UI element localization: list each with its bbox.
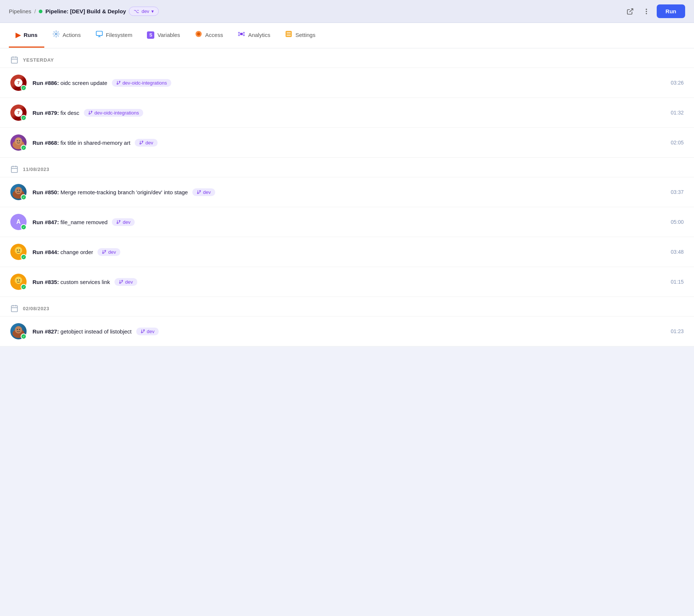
tab-variables[interactable]: S Variables — [140, 24, 186, 47]
more-options-button[interactable] — [640, 6, 652, 17]
success-badge: ✓ — [21, 333, 27, 339]
svg-point-9 — [238, 32, 240, 34]
run-title: Run #886: oidc screen update — [32, 80, 107, 86]
run-time: 02:05 — [662, 140, 684, 146]
pipeline-title: Pipeline: [DEV] Build & Deploy — [45, 8, 126, 14]
svg-point-11 — [238, 34, 240, 36]
external-link-icon — [626, 8, 634, 15]
table-row[interactable]: 7 ✓ Run #879: fix desc dev-oidc-integrat… — [0, 98, 694, 128]
tab-runs[interactable]: ▶ Runs — [9, 24, 44, 48]
svg-rect-5 — [96, 31, 102, 36]
svg-point-26 — [119, 81, 120, 82]
branch-tag[interactable]: dev — [97, 248, 120, 256]
svg-point-65 — [120, 283, 121, 284]
avatar: ✓ — [10, 323, 27, 339]
run-info: Run #844: change order dev — [32, 248, 656, 256]
svg-point-76 — [141, 332, 142, 333]
branch-tag[interactable]: dev-oidc-integrations — [112, 79, 172, 87]
branch-name: dev — [147, 329, 155, 334]
run-number: Run #850: — [32, 189, 59, 195]
more-options-icon — [643, 8, 650, 15]
svg-point-72 — [17, 329, 18, 330]
git-branch-icon — [141, 329, 145, 333]
tab-settings[interactable]: Settings — [278, 23, 322, 48]
svg-point-75 — [143, 330, 144, 331]
run-title: Run #850: Merge remote-tracking branch '… — [32, 189, 188, 195]
git-branch-icon — [116, 81, 121, 85]
tab-filesystem[interactable]: Filesystem — [89, 23, 139, 48]
run-title: Run #868: fix title in shared-memory art — [32, 140, 130, 146]
svg-point-55 — [19, 250, 20, 251]
variables-icon: S — [147, 31, 154, 39]
branch-name: dev — [141, 8, 149, 14]
table-row[interactable]: ✓ Run #844: change order dev 03:48 — [0, 237, 694, 267]
table-row[interactable]: 7 ✓ Run #886: oidc screen update dev-oid… — [0, 68, 694, 98]
open-external-button[interactable] — [624, 6, 636, 17]
git-branch-icon — [88, 110, 93, 115]
svg-line-0 — [629, 8, 633, 12]
table-row[interactable]: ✓ Run #835: custom services link dev 01:… — [0, 267, 694, 297]
avatar: ✓ — [10, 244, 27, 260]
runs-content: YESTERDAY 7 ✓ Run #886: oidc screen upda… — [0, 48, 694, 346]
svg-point-57 — [105, 250, 106, 251]
tab-settings-label: Settings — [295, 32, 315, 38]
avatar: 7 ✓ — [10, 105, 27, 121]
date-section-header: 02/08/2023 — [0, 297, 694, 316]
branch-selector[interactable]: ⌥ dev ▾ — [129, 7, 159, 16]
run-button[interactable]: Run — [657, 4, 685, 18]
table-row[interactable]: ✓ Run #868: fix title in shared-memory a… — [0, 128, 694, 158]
tab-analytics[interactable]: Analytics — [231, 23, 277, 48]
branch-name: dev — [145, 140, 153, 146]
branch-tag[interactable]: dev — [192, 188, 215, 196]
svg-point-47 — [199, 191, 200, 192]
branch-tag[interactable]: dev — [114, 278, 137, 286]
success-badge: ✓ — [21, 254, 27, 260]
avatar: ✓ — [10, 134, 27, 151]
branch-name: dev — [123, 219, 130, 225]
run-time: 01:15 — [662, 279, 684, 285]
svg-rect-20 — [286, 35, 291, 36]
svg-rect-66 — [11, 306, 18, 312]
branch-tag[interactable]: dev-oidc-integrations — [84, 109, 144, 117]
tab-actions-label: Actions — [63, 32, 81, 38]
svg-point-37 — [140, 143, 141, 144]
svg-rect-21 — [11, 57, 18, 64]
runs-icon: ▶ — [16, 31, 21, 39]
run-title: Run #827: getobject instead of listobjec… — [32, 328, 132, 335]
svg-point-7 — [197, 32, 200, 35]
tab-actions[interactable]: Actions — [46, 23, 87, 48]
tab-variables-label: Variables — [157, 32, 180, 38]
calendar-icon — [10, 165, 18, 173]
svg-rect-19 — [286, 34, 291, 34]
tab-access[interactable]: Access — [188, 23, 230, 48]
table-row[interactable]: A ✓ Run #847: file_name removed dev 05:0… — [0, 207, 694, 237]
svg-point-3 — [646, 13, 647, 14]
nav-tabs: ▶ Runs Actions Filesystem S Variables Ac… — [0, 23, 694, 48]
tab-filesystem-label: Filesystem — [106, 32, 133, 38]
table-row[interactable]: ✓ Run #827: getobject instead of listobj… — [0, 316, 694, 346]
run-number: Run #847: — [32, 219, 59, 225]
git-branch-icon — [102, 250, 106, 254]
svg-point-36 — [142, 141, 143, 142]
git-branch-icon: ⌥ — [134, 8, 139, 14]
branch-tag[interactable]: dev — [135, 139, 158, 147]
svg-point-62 — [19, 280, 20, 281]
date-label: 02/08/2023 — [23, 306, 49, 311]
git-branch-icon — [139, 140, 144, 145]
svg-point-29 — [91, 111, 92, 112]
avatar: 7 ✓ — [10, 75, 27, 91]
branch-tag[interactable]: dev — [136, 328, 159, 335]
table-row[interactable]: ✓ Run #850: Merge remote-tracking branch… — [0, 177, 694, 207]
filesystem-icon — [96, 30, 103, 40]
calendar-icon — [10, 56, 18, 64]
breadcrumb-pipelines-link[interactable]: Pipelines — [9, 8, 31, 14]
run-number: Run #827: — [32, 328, 59, 335]
branch-name: dev-oidc-integrations — [123, 80, 167, 86]
run-number: Run #886: — [32, 80, 59, 86]
breadcrumb: Pipelines / Pipeline: [DEV] Build & Depl… — [9, 7, 620, 16]
date-label: 11/08/2023 — [23, 167, 49, 172]
svg-point-53 — [15, 247, 22, 254]
access-icon — [195, 30, 202, 40]
branch-tag[interactable]: dev — [112, 218, 135, 226]
success-badge: ✓ — [21, 194, 27, 200]
